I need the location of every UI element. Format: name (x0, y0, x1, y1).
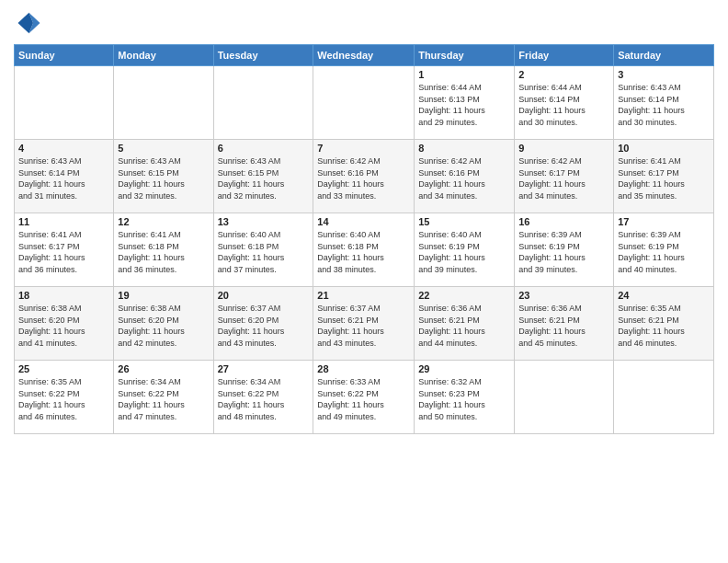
calendar-cell: 3Sunrise: 6:43 AM Sunset: 6:14 PM Daylig… (614, 66, 714, 140)
calendar-cell: 17Sunrise: 6:39 AM Sunset: 6:19 PM Dayli… (614, 213, 714, 287)
day-number: 3 (618, 69, 710, 80)
calendar-cell: 23Sunrise: 6:36 AM Sunset: 6:21 PM Dayli… (515, 287, 614, 361)
week-row-0: 1Sunrise: 6:44 AM Sunset: 6:13 PM Daylig… (15, 66, 714, 140)
logo-icon (14, 9, 41, 37)
day-number: 4 (18, 143, 109, 154)
calendar-cell (213, 66, 313, 140)
day-info: Sunrise: 6:39 AM Sunset: 6:19 PM Dayligh… (518, 229, 609, 275)
calendar-cell: 28Sunrise: 6:33 AM Sunset: 6:22 PM Dayli… (313, 361, 415, 434)
page: SundayMondayTuesdayWednesdayThursdayFrid… (0, 0, 728, 563)
calendar-cell: 14Sunrise: 6:40 AM Sunset: 6:18 PM Dayli… (313, 213, 415, 287)
calendar-cell: 5Sunrise: 6:43 AM Sunset: 6:15 PM Daylig… (114, 140, 213, 213)
day-header-wednesday: Wednesday (313, 45, 415, 66)
week-row-4: 25Sunrise: 6:35 AM Sunset: 6:22 PM Dayli… (15, 361, 714, 434)
day-number: 24 (618, 290, 710, 301)
calendar-cell: 27Sunrise: 6:34 AM Sunset: 6:22 PM Dayli… (213, 361, 313, 434)
week-row-1: 4Sunrise: 6:43 AM Sunset: 6:14 PM Daylig… (15, 140, 714, 213)
day-number: 6 (218, 143, 310, 154)
day-info: Sunrise: 6:35 AM Sunset: 6:22 PM Dayligh… (18, 376, 109, 422)
day-header-monday: Monday (114, 45, 213, 66)
day-header-friday: Friday (515, 45, 614, 66)
day-info: Sunrise: 6:42 AM Sunset: 6:16 PM Dayligh… (317, 155, 410, 201)
calendar-cell: 25Sunrise: 6:35 AM Sunset: 6:22 PM Dayli… (15, 361, 114, 434)
day-number: 1 (418, 69, 510, 80)
day-info: Sunrise: 6:38 AM Sunset: 6:20 PM Dayligh… (118, 303, 209, 349)
day-header-thursday: Thursday (415, 45, 515, 66)
day-number: 2 (518, 69, 609, 80)
day-number: 9 (518, 143, 609, 154)
calendar-cell (114, 66, 213, 140)
day-info: Sunrise: 6:40 AM Sunset: 6:18 PM Dayligh… (218, 229, 310, 275)
week-row-2: 11Sunrise: 6:41 AM Sunset: 6:17 PM Dayli… (15, 213, 714, 287)
day-number: 20 (218, 290, 310, 301)
calendar-cell: 13Sunrise: 6:40 AM Sunset: 6:18 PM Dayli… (213, 213, 313, 287)
day-info: Sunrise: 6:35 AM Sunset: 6:21 PM Dayligh… (618, 303, 710, 349)
calendar-cell: 21Sunrise: 6:37 AM Sunset: 6:21 PM Dayli… (313, 287, 415, 361)
day-info: Sunrise: 6:36 AM Sunset: 6:21 PM Dayligh… (418, 303, 510, 349)
calendar-cell: 12Sunrise: 6:41 AM Sunset: 6:18 PM Dayli… (114, 213, 213, 287)
day-number: 23 (518, 290, 609, 301)
day-number: 29 (418, 363, 510, 374)
calendar-cell: 22Sunrise: 6:36 AM Sunset: 6:21 PM Dayli… (415, 287, 515, 361)
day-info: Sunrise: 6:44 AM Sunset: 6:13 PM Dayligh… (418, 82, 510, 128)
day-number: 22 (418, 290, 510, 301)
calendar-cell: 10Sunrise: 6:41 AM Sunset: 6:17 PM Dayli… (614, 140, 714, 213)
calendar-body: 1Sunrise: 6:44 AM Sunset: 6:13 PM Daylig… (15, 66, 714, 434)
calendar-cell: 29Sunrise: 6:32 AM Sunset: 6:23 PM Dayli… (415, 361, 515, 434)
day-number: 25 (18, 363, 109, 374)
day-info: Sunrise: 6:40 AM Sunset: 6:19 PM Dayligh… (418, 229, 510, 275)
day-info: Sunrise: 6:42 AM Sunset: 6:16 PM Dayligh… (418, 155, 510, 201)
calendar-cell: 11Sunrise: 6:41 AM Sunset: 6:17 PM Dayli… (15, 213, 114, 287)
day-number: 12 (118, 216, 209, 227)
calendar-cell: 2Sunrise: 6:44 AM Sunset: 6:14 PM Daylig… (515, 66, 614, 140)
day-info: Sunrise: 6:34 AM Sunset: 6:22 PM Dayligh… (218, 376, 310, 422)
calendar-cell: 15Sunrise: 6:40 AM Sunset: 6:19 PM Dayli… (415, 213, 515, 287)
day-number: 17 (618, 216, 710, 227)
day-info: Sunrise: 6:43 AM Sunset: 6:15 PM Dayligh… (118, 155, 209, 201)
day-number: 15 (418, 216, 510, 227)
calendar-cell: 6Sunrise: 6:43 AM Sunset: 6:15 PM Daylig… (213, 140, 313, 213)
calendar-table: SundayMondayTuesdayWednesdayThursdayFrid… (14, 44, 714, 434)
calendar-cell: 20Sunrise: 6:37 AM Sunset: 6:20 PM Dayli… (213, 287, 313, 361)
calendar-cell: 4Sunrise: 6:43 AM Sunset: 6:14 PM Daylig… (15, 140, 114, 213)
day-number: 11 (18, 216, 109, 227)
calendar-cell: 26Sunrise: 6:34 AM Sunset: 6:22 PM Dayli… (114, 361, 213, 434)
day-info: Sunrise: 6:43 AM Sunset: 6:14 PM Dayligh… (618, 82, 710, 128)
day-info: Sunrise: 6:37 AM Sunset: 6:20 PM Dayligh… (218, 303, 310, 349)
day-number: 8 (418, 143, 510, 154)
calendar-cell: 16Sunrise: 6:39 AM Sunset: 6:19 PM Dayli… (515, 213, 614, 287)
calendar-cell: 18Sunrise: 6:38 AM Sunset: 6:20 PM Dayli… (15, 287, 114, 361)
day-header-saturday: Saturday (614, 45, 714, 66)
day-header-tuesday: Tuesday (213, 45, 313, 66)
day-info: Sunrise: 6:41 AM Sunset: 6:17 PM Dayligh… (18, 229, 109, 275)
day-number: 26 (118, 363, 209, 374)
day-number: 18 (18, 290, 109, 301)
day-info: Sunrise: 6:42 AM Sunset: 6:17 PM Dayligh… (518, 155, 609, 201)
calendar-cell: 19Sunrise: 6:38 AM Sunset: 6:20 PM Dayli… (114, 287, 213, 361)
days-header-row: SundayMondayTuesdayWednesdayThursdayFrid… (15, 45, 714, 66)
day-number: 13 (218, 216, 310, 227)
day-number: 28 (317, 363, 410, 374)
calendar-cell: 1Sunrise: 6:44 AM Sunset: 6:13 PM Daylig… (415, 66, 515, 140)
day-number: 14 (317, 216, 410, 227)
day-info: Sunrise: 6:36 AM Sunset: 6:21 PM Dayligh… (518, 303, 609, 349)
calendar-cell: 24Sunrise: 6:35 AM Sunset: 6:21 PM Dayli… (614, 287, 714, 361)
calendar-cell (313, 66, 415, 140)
calendar-cell (515, 361, 614, 434)
calendar-cell: 8Sunrise: 6:42 AM Sunset: 6:16 PM Daylig… (415, 140, 515, 213)
day-number: 16 (518, 216, 609, 227)
calendar-cell: 7Sunrise: 6:42 AM Sunset: 6:16 PM Daylig… (313, 140, 415, 213)
day-number: 5 (118, 143, 209, 154)
day-info: Sunrise: 6:41 AM Sunset: 6:18 PM Dayligh… (118, 229, 209, 275)
day-info: Sunrise: 6:44 AM Sunset: 6:14 PM Dayligh… (518, 82, 609, 128)
header (14, 9, 714, 37)
calendar-cell (15, 66, 114, 140)
day-info: Sunrise: 6:40 AM Sunset: 6:18 PM Dayligh… (317, 229, 410, 275)
day-info: Sunrise: 6:37 AM Sunset: 6:21 PM Dayligh… (317, 303, 410, 349)
day-number: 21 (317, 290, 410, 301)
day-info: Sunrise: 6:33 AM Sunset: 6:22 PM Dayligh… (317, 376, 410, 422)
day-number: 19 (118, 290, 209, 301)
calendar-cell: 9Sunrise: 6:42 AM Sunset: 6:17 PM Daylig… (515, 140, 614, 213)
day-info: Sunrise: 6:43 AM Sunset: 6:15 PM Dayligh… (218, 155, 310, 201)
day-number: 10 (618, 143, 710, 154)
